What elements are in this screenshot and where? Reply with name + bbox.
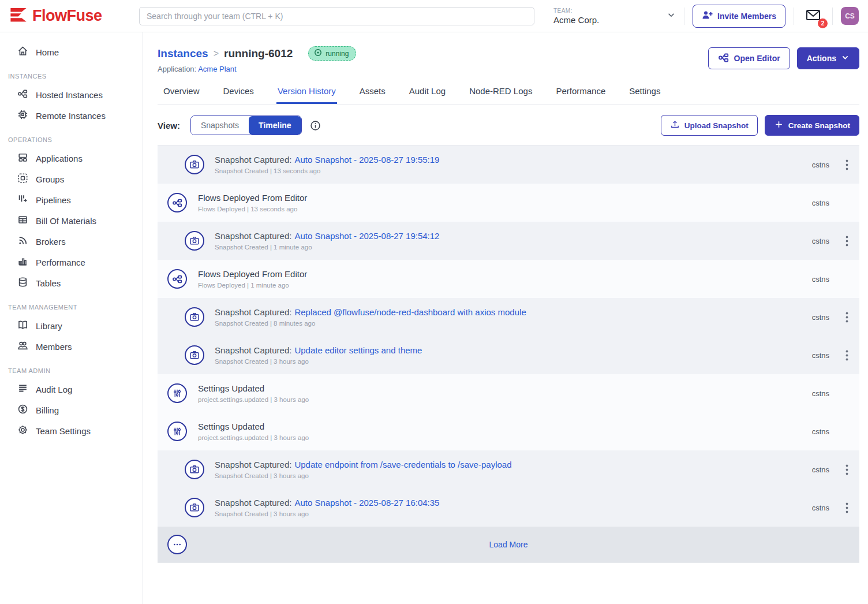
rss-icon (17, 235, 28, 248)
timeline-row: Snapshot Captured:Auto Snapshot - 2025-0… (158, 222, 859, 260)
kebab-menu-icon[interactable] (840, 347, 854, 363)
sidebar-section-team-admin: TEAM ADMIN (8, 367, 143, 374)
sidebar-item-hosted-instances[interactable]: Hosted Instances (0, 84, 143, 105)
plus-icon (774, 120, 784, 131)
camera-icon (185, 231, 204, 251)
tab-audit-log[interactable]: Audit Log (408, 86, 447, 104)
view-toggle: Snapshots Timeline (190, 115, 302, 135)
camera-icon (185, 498, 204, 517)
timeline-user: cstns (812, 275, 829, 284)
camera-icon (185, 155, 204, 174)
timeline-meta: project.settings.updated | 3 hours ago (198, 396, 812, 403)
avatar[interactable]: CS (841, 7, 859, 25)
groups-icon (17, 173, 28, 185)
tab-assets[interactable]: Assets (358, 86, 387, 104)
timeline: Snapshot Captured:Auto Snapshot - 2025-0… (158, 145, 859, 563)
sidebar-item-bill-of-materials[interactable]: Bill Of Materials (0, 210, 143, 231)
load-more-link[interactable]: Load More (489, 540, 528, 549)
sidebar-item-home[interactable]: Home (0, 42, 143, 62)
status-dot-icon (314, 49, 322, 58)
snapshot-link[interactable]: Update endpoint from /save-credentials t… (294, 460, 511, 469)
tab-devices[interactable]: Devices (222, 86, 255, 104)
tab-version-history[interactable]: Version History (276, 86, 337, 104)
timeline-user: cstns (812, 465, 829, 474)
applications-icon (17, 152, 28, 165)
users-icon (17, 340, 28, 353)
version-history-toolbar: View: Snapshots Timeline Upload Snapshot… (158, 115, 859, 136)
timeline-row: Snapshot Captured:Auto Snapshot - 2025-0… (158, 489, 859, 527)
upload-icon (670, 120, 680, 131)
notifications-button[interactable]: 2 (802, 6, 824, 26)
sidebar-item-team-settings[interactable]: Team Settings (0, 420, 143, 441)
toggle-timeline[interactable]: Timeline (249, 116, 301, 135)
chevron-down-icon (667, 10, 676, 22)
status-badge: running (308, 46, 356, 61)
timeline-user: cstns (812, 199, 829, 207)
kebab-menu-icon[interactable] (840, 499, 854, 516)
sidebar-item-library[interactable]: Library (0, 315, 143, 336)
sidebar-item-audit-log[interactable]: Audit Log (0, 379, 143, 400)
snapshot-link[interactable]: Update editor settings and theme (294, 345, 422, 355)
timeline-meta: Snapshot Created | 1 minute ago (215, 244, 812, 251)
camera-icon (185, 307, 204, 327)
sidebar-item-billing[interactable]: Billing (0, 400, 143, 420)
sidebar-item-remote-instances[interactable]: Remote Instances (0, 105, 143, 126)
user-plus-icon (702, 10, 713, 23)
load-more-row: Load More (158, 527, 859, 562)
search-input[interactable] (139, 7, 534, 25)
kebab-menu-icon[interactable] (840, 461, 854, 478)
sidebar-item-members[interactable]: Members (0, 336, 143, 357)
sidebar-section-team-management: TEAM MANAGEMENT (8, 304, 143, 311)
application-link[interactable]: Acme Plant (198, 65, 236, 73)
timeline-row: Snapshot Captured:Update endpoint from /… (158, 450, 859, 489)
actions-button[interactable]: Actions (797, 47, 859, 69)
snapshot-link[interactable]: Auto Snapshot - 2025-08-27 19:55:19 (294, 155, 439, 165)
sidebar-item-pipelines[interactable]: Pipelines (0, 189, 143, 210)
ellipsis-icon (167, 535, 187, 554)
chevron-down-icon (841, 53, 850, 64)
snapshot-link[interactable]: Auto Snapshot - 2025-08-27 16:04:35 (294, 498, 439, 508)
bar-chart-icon (17, 256, 28, 269)
breadcrumb-instances-link[interactable]: Instances (158, 47, 208, 60)
upload-snapshot-button[interactable]: Upload Snapshot (661, 115, 758, 136)
kebab-menu-icon[interactable] (840, 233, 854, 249)
tab-settings[interactable]: Settings (628, 86, 661, 104)
sidebar-item-groups[interactable]: Groups (0, 169, 143, 189)
create-snapshot-button[interactable]: Create Snapshot (765, 115, 859, 136)
sidebar-item-brokers[interactable]: Brokers (0, 231, 143, 252)
sidebar-section-instances: INSTANCES (8, 73, 143, 80)
sitemap-icon (17, 88, 28, 101)
sidebar-item-applications[interactable]: Applications (0, 148, 143, 169)
node-red-icon (718, 52, 729, 65)
info-icon[interactable] (310, 120, 321, 131)
sidebar-item-performance[interactable]: Performance (0, 252, 143, 273)
kebab-menu-icon[interactable] (840, 309, 854, 325)
timeline-row: Settings Updated project.settings.update… (158, 412, 859, 450)
tab-overview[interactable]: Overview (162, 86, 201, 104)
toggle-snapshots[interactable]: Snapshots (191, 116, 249, 135)
dollar-circle-icon (17, 404, 28, 416)
timeline-row: Snapshot Captured:Replaced @flowfuse/nod… (158, 298, 859, 336)
sidebar: Home INSTANCES Hosted Instances Remote I… (0, 32, 143, 604)
team-selector[interactable]: TEAM: Acme Corp. (553, 8, 676, 25)
camera-icon (185, 460, 204, 479)
timeline-row: Flows Deployed From Editor Flows Deploye… (158, 260, 859, 298)
home-icon (17, 46, 28, 58)
tab-performance[interactable]: Performance (555, 86, 607, 104)
sidebar-item-tables[interactable]: Tables (0, 273, 143, 293)
tab-node-red-logs[interactable]: Node-RED Logs (468, 86, 533, 104)
flowfuse-logo[interactable]: FlowFuse (9, 6, 139, 27)
open-editor-button[interactable]: Open Editor (708, 47, 790, 69)
flowfuse-logo-text: FlowFuse (32, 7, 102, 25)
node-red-icon (167, 269, 187, 289)
sliders-icon (167, 383, 187, 403)
timeline-user: cstns (812, 427, 829, 436)
log-lines-icon (17, 383, 28, 396)
snapshot-link[interactable]: Auto Snapshot - 2025-08-27 19:54:12 (294, 231, 439, 241)
kebab-menu-icon[interactable] (840, 156, 854, 173)
invite-members-button[interactable]: Invite Members (693, 5, 785, 28)
header-divider (794, 8, 794, 25)
main-content: Instances > running-6012 running Applica… (143, 32, 868, 604)
snapshot-link[interactable]: Replaced @flowfuse/node-red-dashboard wi… (294, 307, 526, 317)
timeline-meta: Snapshot Created | 3 hours ago (215, 358, 812, 365)
